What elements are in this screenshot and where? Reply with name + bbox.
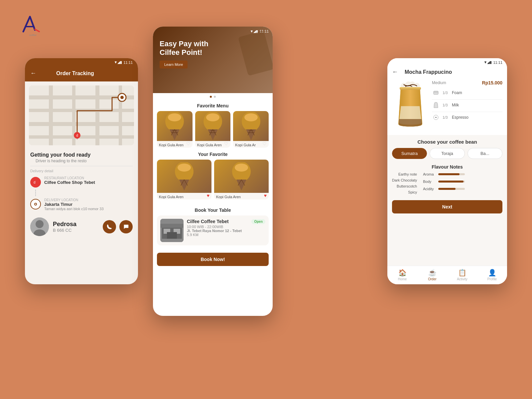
phone-product-detail: ▼◢▮ 11:11 ← Mocha Frappucino bbox=[387, 58, 507, 284]
book-table-title: Book Your Table bbox=[157, 203, 269, 215]
bean-section-title: Choose your coffee bean bbox=[392, 139, 502, 145]
bean-option-toraja[interactable]: Toraja bbox=[430, 148, 465, 159]
driver-info: Pedrosa B 666 CC bbox=[53, 221, 76, 233]
heart-3[interactable]: ♡ bbox=[262, 141, 267, 146]
order-icon: ☕ bbox=[428, 269, 437, 277]
size-price-row: Medium Rp15.000 bbox=[432, 80, 502, 85]
product-image bbox=[392, 79, 429, 130]
delivery-location-info: Delivery location Jakarta Timur Taman wi… bbox=[44, 198, 104, 211]
order-status-sub: Driver is heading to the resto bbox=[30, 158, 133, 166]
brand-logo: coffee bbox=[17, 13, 43, 37]
time-1: 11:11 bbox=[123, 61, 133, 65]
delivery-location-label: Delivery location bbox=[44, 198, 104, 202]
heart-1[interactable]: ♡ bbox=[186, 141, 191, 146]
delivery-city: Jakarta Timur bbox=[44, 202, 104, 207]
nav-activity[interactable]: 📋 Activity bbox=[447, 269, 477, 281]
hero-banner: ▼◢▮ 11:11 Easy Pay with Cilfee Point! Le… bbox=[153, 27, 273, 93]
fav-item-img-1 bbox=[157, 160, 211, 193]
svg-point-18 bbox=[35, 203, 36, 205]
favorite-menu-grid: Kopi Gula Aren ♡ Kopi Gula Aren ♡ bbox=[153, 111, 273, 148]
signal-icons-3: ▼◢▮ bbox=[484, 60, 492, 65]
svg-text:coffee: coffee bbox=[29, 34, 37, 37]
fav-item-img-2 bbox=[214, 160, 269, 193]
heart-2[interactable]: ♡ bbox=[224, 141, 228, 146]
driver-plate: B 666 CC bbox=[53, 228, 76, 233]
chat-button[interactable] bbox=[119, 220, 133, 233]
svg-rect-5 bbox=[29, 135, 134, 139]
delivery-location-item: Delivery location Jakarta Timur Taman wi… bbox=[25, 196, 138, 213]
book-now-button[interactable]: Book Now! bbox=[157, 253, 269, 266]
phone-home-menu: ▼◢▮ 11:11 Easy Pay with Cilfee Point! Le… bbox=[153, 27, 273, 316]
flavour-note-3: Butterscotch bbox=[392, 184, 420, 188]
fav-heart-1[interactable]: ♥ bbox=[207, 193, 209, 198]
flavour-section: Flavour Notes Earthy note Dark Chocolaty… bbox=[387, 162, 507, 197]
aroma-track bbox=[438, 173, 465, 175]
menu-item-1[interactable]: Kopi Gula Aren ♡ bbox=[157, 111, 193, 148]
flavour-note-1: Earthy note bbox=[392, 172, 420, 176]
next-button[interactable]: Next bbox=[392, 200, 502, 213]
order-status-text: Getting your food ready bbox=[25, 149, 138, 158]
svg-rect-56 bbox=[400, 87, 421, 88]
menu-item-2[interactable]: Kopi Gula Aren ♡ bbox=[195, 111, 231, 148]
time-3: 11:11 bbox=[493, 61, 502, 65]
cafe-distance: 5.9 KM bbox=[187, 233, 265, 237]
book-section: Book Your Table Cilfee Coffee Tebet Open… bbox=[153, 200, 273, 249]
restaurant-name: Cilfee Coffee Shop Tebet bbox=[44, 180, 95, 185]
bean-option-sumatra[interactable]: Sumatra bbox=[392, 148, 427, 159]
svg-rect-4 bbox=[29, 122, 134, 126]
menu-item-3[interactable]: Kopi Gula Ar ♡ bbox=[233, 111, 269, 148]
product-title: Mocha Frappucino bbox=[405, 69, 452, 75]
svg-point-45 bbox=[235, 164, 248, 172]
flavour-notes-list: Earthy note Dark Chocolaty Butterscotch … bbox=[392, 172, 420, 194]
ingredient-milk: 1/3 Milk bbox=[432, 101, 502, 109]
fav-item-name-2: Kopi Gula Aren bbox=[214, 193, 269, 200]
body-fill bbox=[438, 181, 464, 183]
aroma-bar-row: Aroma bbox=[423, 172, 465, 176]
nav-order[interactable]: ☕ Order bbox=[417, 269, 447, 281]
back-button-1[interactable]: ← bbox=[30, 70, 36, 77]
fav-heart-2[interactable]: ♥ bbox=[264, 193, 267, 198]
bean-option-ba[interactable]: Ba... bbox=[467, 148, 502, 159]
svg-point-35 bbox=[244, 113, 258, 121]
product-size: Medium bbox=[432, 80, 446, 85]
route-dotted-line bbox=[35, 190, 138, 196]
driver-name: Pedrosa bbox=[53, 221, 76, 228]
body-bar-row: Body bbox=[423, 180, 465, 184]
svg-point-13 bbox=[120, 96, 124, 99]
foam-name: Foam bbox=[452, 90, 462, 95]
milk-name: Milk bbox=[452, 103, 459, 107]
flavour-bars-list: Aroma Body Acidity bbox=[423, 172, 465, 194]
profile-icon: 👤 bbox=[488, 269, 496, 277]
home-icon: 🏠 bbox=[398, 269, 407, 277]
fav-item-1[interactable]: Kopi Gula Aren ♥ bbox=[157, 160, 211, 200]
nav-profile[interactable]: 👤 Profile bbox=[477, 269, 507, 281]
flavour-content: Earthy note Dark Chocolaty Butterscotch … bbox=[392, 172, 502, 194]
svg-point-20 bbox=[36, 220, 44, 228]
learn-more-button[interactable]: Learn More bbox=[160, 61, 188, 68]
order-label: Order bbox=[428, 277, 437, 281]
home-label: Home bbox=[398, 277, 407, 281]
milk-fraction: 1/3 bbox=[443, 103, 449, 107]
cafe-hours: 10:00 WIB - 22:00WIB bbox=[187, 225, 265, 229]
fav-item-2[interactable]: Kopi Gula Aren ♥ bbox=[214, 160, 269, 200]
svg-point-41 bbox=[178, 164, 191, 172]
driver-actions bbox=[103, 220, 133, 233]
svg-rect-52 bbox=[160, 224, 184, 228]
back-button-3[interactable]: ← bbox=[392, 68, 398, 75]
menu-item-img-1 bbox=[157, 111, 193, 141]
menu-item-img-2 bbox=[195, 111, 231, 141]
foam-fraction: 1/3 bbox=[443, 91, 449, 95]
svg-point-29 bbox=[206, 113, 219, 121]
nav-home[interactable]: 🏠 Home bbox=[387, 269, 417, 281]
flavour-note-2: Dark Chocolaty bbox=[392, 178, 420, 182]
acidity-label: Acidity bbox=[423, 187, 436, 191]
call-button[interactable] bbox=[103, 220, 116, 233]
milk-icon bbox=[432, 101, 440, 109]
svg-rect-53 bbox=[167, 232, 177, 239]
acidity-track bbox=[438, 188, 465, 190]
product-header: ← Mocha Frappucino bbox=[387, 66, 507, 79]
dot-2 bbox=[214, 96, 216, 98]
driver-avatar bbox=[30, 217, 49, 236]
svg-rect-8 bbox=[95, 85, 99, 145]
product-area: Medium Rp15.000 1/3 Foam bbox=[387, 79, 507, 135]
